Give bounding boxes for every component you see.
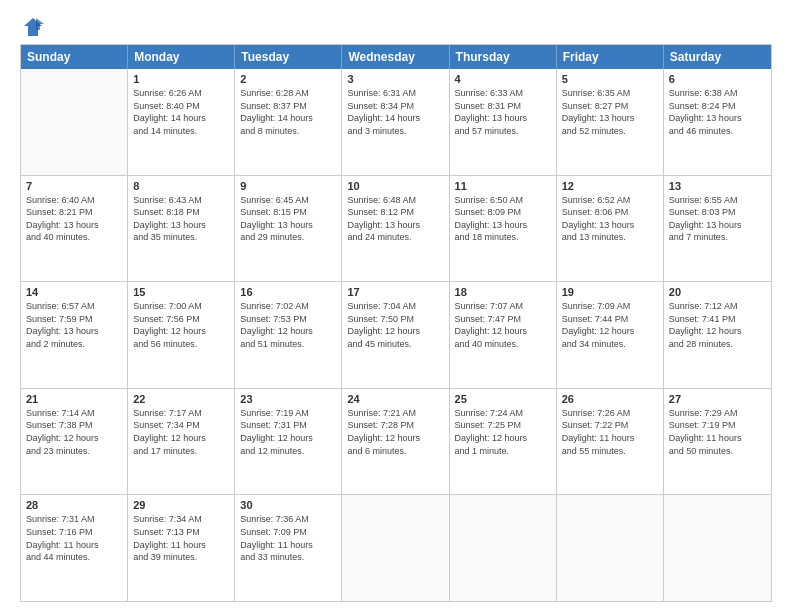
day-info: Sunrise: 7:26 AM Sunset: 7:22 PM Dayligh… (562, 407, 658, 457)
day-number: 16 (240, 286, 336, 298)
calendar-cell: 12Sunrise: 6:52 AM Sunset: 8:06 PM Dayli… (557, 176, 664, 282)
calendar-cell: 17Sunrise: 7:04 AM Sunset: 7:50 PM Dayli… (342, 282, 449, 388)
calendar-header-friday: Friday (557, 45, 664, 69)
calendar-header-monday: Monday (128, 45, 235, 69)
day-info: Sunrise: 6:33 AM Sunset: 8:31 PM Dayligh… (455, 87, 551, 137)
header (20, 16, 772, 38)
day-info: Sunrise: 7:12 AM Sunset: 7:41 PM Dayligh… (669, 300, 766, 350)
calendar-cell: 14Sunrise: 6:57 AM Sunset: 7:59 PM Dayli… (21, 282, 128, 388)
calendar-cell: 22Sunrise: 7:17 AM Sunset: 7:34 PM Dayli… (128, 389, 235, 495)
day-number: 17 (347, 286, 443, 298)
day-number: 13 (669, 180, 766, 192)
calendar-cell: 15Sunrise: 7:00 AM Sunset: 7:56 PM Dayli… (128, 282, 235, 388)
calendar-cell: 6Sunrise: 6:38 AM Sunset: 8:24 PM Daylig… (664, 69, 771, 175)
day-info: Sunrise: 7:09 AM Sunset: 7:44 PM Dayligh… (562, 300, 658, 350)
calendar-week-5: 28Sunrise: 7:31 AM Sunset: 7:16 PM Dayli… (21, 495, 771, 601)
day-number: 3 (347, 73, 443, 85)
calendar-week-2: 7Sunrise: 6:40 AM Sunset: 8:21 PM Daylig… (21, 176, 771, 283)
calendar-cell (664, 495, 771, 601)
calendar-header: SundayMondayTuesdayWednesdayThursdayFrid… (21, 45, 771, 69)
day-info: Sunrise: 6:31 AM Sunset: 8:34 PM Dayligh… (347, 87, 443, 137)
calendar-cell: 26Sunrise: 7:26 AM Sunset: 7:22 PM Dayli… (557, 389, 664, 495)
day-info: Sunrise: 6:45 AM Sunset: 8:15 PM Dayligh… (240, 194, 336, 244)
day-info: Sunrise: 7:02 AM Sunset: 7:53 PM Dayligh… (240, 300, 336, 350)
day-number: 9 (240, 180, 336, 192)
day-info: Sunrise: 6:38 AM Sunset: 8:24 PM Dayligh… (669, 87, 766, 137)
calendar-week-1: 1Sunrise: 6:26 AM Sunset: 8:40 PM Daylig… (21, 69, 771, 176)
calendar-cell: 5Sunrise: 6:35 AM Sunset: 8:27 PM Daylig… (557, 69, 664, 175)
calendar-week-4: 21Sunrise: 7:14 AM Sunset: 7:38 PM Dayli… (21, 389, 771, 496)
day-info: Sunrise: 6:26 AM Sunset: 8:40 PM Dayligh… (133, 87, 229, 137)
day-number: 15 (133, 286, 229, 298)
day-info: Sunrise: 7:00 AM Sunset: 7:56 PM Dayligh… (133, 300, 229, 350)
day-number: 29 (133, 499, 229, 511)
day-info: Sunrise: 7:21 AM Sunset: 7:28 PM Dayligh… (347, 407, 443, 457)
calendar-cell: 7Sunrise: 6:40 AM Sunset: 8:21 PM Daylig… (21, 176, 128, 282)
calendar-cell (21, 69, 128, 175)
calendar-cell: 20Sunrise: 7:12 AM Sunset: 7:41 PM Dayli… (664, 282, 771, 388)
calendar: SundayMondayTuesdayWednesdayThursdayFrid… (20, 44, 772, 602)
calendar-cell: 10Sunrise: 6:48 AM Sunset: 8:12 PM Dayli… (342, 176, 449, 282)
day-number: 21 (26, 393, 122, 405)
day-info: Sunrise: 7:17 AM Sunset: 7:34 PM Dayligh… (133, 407, 229, 457)
day-number: 7 (26, 180, 122, 192)
day-number: 2 (240, 73, 336, 85)
calendar-cell: 25Sunrise: 7:24 AM Sunset: 7:25 PM Dayli… (450, 389, 557, 495)
day-number: 5 (562, 73, 658, 85)
calendar-header-sunday: Sunday (21, 45, 128, 69)
day-number: 1 (133, 73, 229, 85)
calendar-cell: 27Sunrise: 7:29 AM Sunset: 7:19 PM Dayli… (664, 389, 771, 495)
day-info: Sunrise: 6:48 AM Sunset: 8:12 PM Dayligh… (347, 194, 443, 244)
calendar-cell: 9Sunrise: 6:45 AM Sunset: 8:15 PM Daylig… (235, 176, 342, 282)
calendar-cell: 13Sunrise: 6:55 AM Sunset: 8:03 PM Dayli… (664, 176, 771, 282)
day-info: Sunrise: 7:19 AM Sunset: 7:31 PM Dayligh… (240, 407, 336, 457)
calendar-cell (557, 495, 664, 601)
day-info: Sunrise: 6:52 AM Sunset: 8:06 PM Dayligh… (562, 194, 658, 244)
day-number: 24 (347, 393, 443, 405)
day-number: 27 (669, 393, 766, 405)
day-number: 4 (455, 73, 551, 85)
day-info: Sunrise: 7:34 AM Sunset: 7:13 PM Dayligh… (133, 513, 229, 563)
calendar-cell: 4Sunrise: 6:33 AM Sunset: 8:31 PM Daylig… (450, 69, 557, 175)
day-info: Sunrise: 6:50 AM Sunset: 8:09 PM Dayligh… (455, 194, 551, 244)
calendar-week-3: 14Sunrise: 6:57 AM Sunset: 7:59 PM Dayli… (21, 282, 771, 389)
calendar-cell: 28Sunrise: 7:31 AM Sunset: 7:16 PM Dayli… (21, 495, 128, 601)
calendar-header-thursday: Thursday (450, 45, 557, 69)
calendar-cell: 29Sunrise: 7:34 AM Sunset: 7:13 PM Dayli… (128, 495, 235, 601)
calendar-body: 1Sunrise: 6:26 AM Sunset: 8:40 PM Daylig… (21, 69, 771, 601)
logo (20, 16, 44, 38)
calendar-cell: 3Sunrise: 6:31 AM Sunset: 8:34 PM Daylig… (342, 69, 449, 175)
calendar-cell: 8Sunrise: 6:43 AM Sunset: 8:18 PM Daylig… (128, 176, 235, 282)
day-number: 14 (26, 286, 122, 298)
calendar-cell: 24Sunrise: 7:21 AM Sunset: 7:28 PM Dayli… (342, 389, 449, 495)
calendar-cell: 18Sunrise: 7:07 AM Sunset: 7:47 PM Dayli… (450, 282, 557, 388)
calendar-cell (450, 495, 557, 601)
day-number: 18 (455, 286, 551, 298)
calendar-cell: 1Sunrise: 6:26 AM Sunset: 8:40 PM Daylig… (128, 69, 235, 175)
calendar-cell: 23Sunrise: 7:19 AM Sunset: 7:31 PM Dayli… (235, 389, 342, 495)
day-number: 23 (240, 393, 336, 405)
day-info: Sunrise: 7:14 AM Sunset: 7:38 PM Dayligh… (26, 407, 122, 457)
day-info: Sunrise: 6:55 AM Sunset: 8:03 PM Dayligh… (669, 194, 766, 244)
calendar-cell: 30Sunrise: 7:36 AM Sunset: 7:09 PM Dayli… (235, 495, 342, 601)
day-info: Sunrise: 7:29 AM Sunset: 7:19 PM Dayligh… (669, 407, 766, 457)
day-number: 8 (133, 180, 229, 192)
day-number: 6 (669, 73, 766, 85)
day-number: 19 (562, 286, 658, 298)
day-number: 20 (669, 286, 766, 298)
day-info: Sunrise: 6:28 AM Sunset: 8:37 PM Dayligh… (240, 87, 336, 137)
calendar-cell: 11Sunrise: 6:50 AM Sunset: 8:09 PM Dayli… (450, 176, 557, 282)
calendar-cell: 16Sunrise: 7:02 AM Sunset: 7:53 PM Dayli… (235, 282, 342, 388)
day-info: Sunrise: 6:40 AM Sunset: 8:21 PM Dayligh… (26, 194, 122, 244)
calendar-cell: 2Sunrise: 6:28 AM Sunset: 8:37 PM Daylig… (235, 69, 342, 175)
day-info: Sunrise: 7:04 AM Sunset: 7:50 PM Dayligh… (347, 300, 443, 350)
day-info: Sunrise: 7:36 AM Sunset: 7:09 PM Dayligh… (240, 513, 336, 563)
logo-icon (22, 16, 44, 38)
calendar-header-saturday: Saturday (664, 45, 771, 69)
calendar-header-tuesday: Tuesday (235, 45, 342, 69)
day-info: Sunrise: 6:57 AM Sunset: 7:59 PM Dayligh… (26, 300, 122, 350)
day-number: 30 (240, 499, 336, 511)
day-info: Sunrise: 7:24 AM Sunset: 7:25 PM Dayligh… (455, 407, 551, 457)
day-info: Sunrise: 6:35 AM Sunset: 8:27 PM Dayligh… (562, 87, 658, 137)
calendar-cell: 19Sunrise: 7:09 AM Sunset: 7:44 PM Dayli… (557, 282, 664, 388)
